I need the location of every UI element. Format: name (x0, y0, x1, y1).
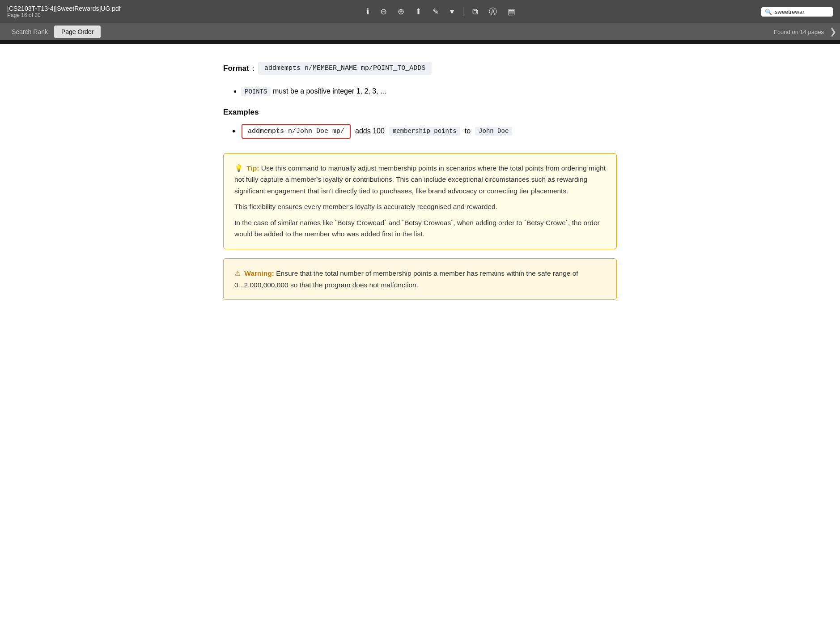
zoom-out-icon[interactable]: ⊖ (378, 5, 389, 18)
search-area: 🔍 (761, 7, 833, 17)
tip-paragraph-3: In the case of similar names like `Betsy… (234, 217, 606, 240)
page-order-tab[interactable]: Page Order (54, 26, 101, 38)
bullet-item-1: POINTS must be a positive integer 1, 2, … (241, 85, 617, 97)
window-icon[interactable]: ⧉ (471, 5, 480, 18)
tip-paragraph-1: 💡 Tip: Use this command to manually adju… (234, 162, 606, 197)
nav-bar: Search Rank Page Order Found on 14 pages… (0, 23, 840, 40)
toolbar: [CS2103T-T13-4][SweetRewards]UG.pdf Page… (0, 0, 840, 23)
example-text-to: to (465, 127, 471, 135)
search-icon: 🔍 (765, 9, 772, 15)
bullet1-text: must be a positive integer 1, 2, 3, ... (273, 87, 386, 95)
tip-bulb-icon: 💡 (234, 164, 243, 172)
colon-text: : (253, 64, 255, 73)
example-item: • addmempts n/John Doe mp/ adds 100 memb… (232, 124, 617, 139)
dropdown-arrow-icon[interactable]: ▾ (448, 5, 456, 18)
example-highlighted-code: addmempts n/John Doe mp/ (242, 124, 351, 139)
format-code: addmempts n/MEMBER_NAME mp/POINT_TO_ADDS (258, 62, 432, 75)
tip-text-1: Use this command to manually adjust memb… (234, 164, 606, 195)
warning-triangle-icon: ⚠ (234, 269, 241, 277)
warning-text: Ensure that the total number of membersh… (234, 269, 578, 289)
zoom-in-icon[interactable]: ⊕ (396, 5, 406, 18)
share-icon[interactable]: ⬆ (413, 5, 424, 18)
black-bar (0, 40, 840, 44)
warning-box: ⚠ Warning: Ensure that the total number … (223, 258, 617, 300)
example-text-adds: adds 100 (355, 127, 385, 135)
search-rank-label[interactable]: Search Rank (7, 25, 52, 39)
annotate-icon[interactable]: Ⓐ (487, 4, 499, 19)
pen-icon[interactable]: ✎ (431, 5, 441, 18)
toolbar-divider (463, 7, 463, 16)
document-title: [CS2103T-T13-4][SweetRewards]UG.pdf (7, 5, 121, 12)
format-line: Format : addmempts n/MEMBER_NAME mp/POIN… (223, 62, 617, 75)
search-input[interactable] (775, 9, 824, 15)
toolbar-title-block: [CS2103T-T13-4][SweetRewards]UG.pdf Page… (7, 5, 121, 18)
examples-label: Examples (223, 108, 617, 117)
toolbar-icons: ℹ ⊖ ⊕ ⬆ ✎ ▾ ⧉ Ⓐ ▤ (126, 4, 756, 19)
john-doe-tag: John Doe (475, 127, 512, 136)
tip-paragraph-2: This flexibility ensures every member's … (234, 201, 606, 213)
warning-title-label: Warning: (244, 269, 274, 277)
example-bullet-icon: • (232, 126, 235, 137)
page-indicator: Page 16 of 30 (7, 12, 121, 18)
tip-box: 💡 Tip: Use this command to manually adju… (223, 153, 617, 249)
pdf-content: Format : addmempts n/MEMBER_NAME mp/POIN… (196, 44, 644, 327)
format-label: Format (223, 64, 249, 73)
redact-icon[interactable]: ▤ (506, 5, 517, 18)
found-pages-text: Found on 14 pages (774, 29, 824, 35)
points-code-tag: POINTS (241, 87, 271, 96)
membership-points-tag: membership points (389, 127, 460, 136)
chevron-right-icon[interactable]: ❯ (830, 27, 836, 37)
tip-title-label: Tip: (246, 164, 259, 172)
bullet-list: POINTS must be a positive integer 1, 2, … (241, 85, 617, 97)
info-icon[interactable]: ℹ (365, 5, 371, 18)
